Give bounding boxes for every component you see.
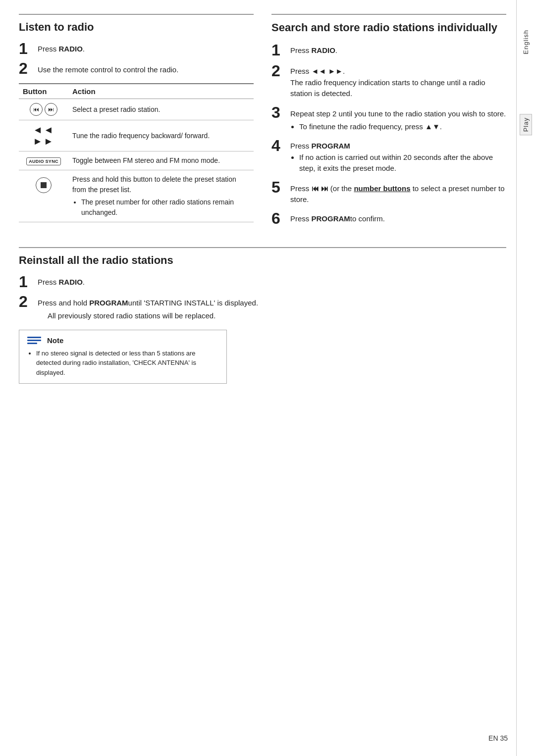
button-cell: ◄◄ ►► [19,120,68,151]
table-row: Press and hold this button to delete the… [19,170,254,222]
list-item: The preset number for other radio statio… [81,197,250,218]
list-item: To finetune the radio frequency, press ▲… [299,121,506,133]
step-number: 1 [19,274,38,290]
step-number: 2 [271,63,290,79]
stop-button-icon [36,177,52,193]
button-cell [19,170,68,222]
step-number: 2 [19,60,38,76]
step-text: Press RADIO. [38,41,85,53]
table-row: ⏮ ⏭ Select a preset radio station. [19,99,254,120]
action-cell: Press and hold this button to delete the… [68,170,254,222]
table-header-button: Button [19,84,68,99]
step-text: Press RADIO. [290,42,337,54]
skip-prev-icon: ⏮ [30,103,43,116]
button-cell: AUDIO SYNC [19,151,68,170]
note-text: If no stereo signal is detected or less … [36,349,218,378]
list-item: If no action is carried out within 20 se… [299,152,506,174]
button-action-table: Button Action ⏮ ⏭ Select a preset radio … [19,83,254,222]
step-text: Press PROGRAM [290,138,506,150]
action-cell: Select a preset radio station. [68,99,254,120]
listen-section-title: Listen to radio [19,14,254,34]
side-tab-english: English [522,30,530,54]
step-text: Press ◄◄ ►►. [290,63,506,75]
step-text: Press RADIO. [38,274,85,286]
search-step-1: 1 Press RADIO. [271,42,506,58]
side-tab-play: Play [520,114,532,135]
table-header-action: Action [68,84,254,99]
page-number: EN 35 [488,734,508,742]
listen-step-2: 2 Use the remote control to control the … [19,60,254,76]
action-cell: Toggle between FM stereo and FM mono mod… [68,151,254,170]
step-number: 4 [271,138,290,153]
step-number: 3 [271,104,290,120]
search-step-5: 5 Press ⏮ ⏭ (or the number buttons to se… [271,179,506,205]
note-label: Note [47,336,63,345]
reinstall-section: Reinstall all the radio stations 1 Press… [19,247,506,384]
skip-next-icon: ⏭ [45,103,57,116]
rewind-forward-icon: ◄◄ ►► [33,124,54,147]
table-row: AUDIO SYNC Toggle between FM stereo and … [19,151,254,170]
search-section-title: Search and store radio stations individu… [271,14,506,35]
step-text: Use the remote control to control the ra… [38,60,178,76]
reinstall-step-2: 2 Press and hold PROGRAMuntil 'STARTING … [19,294,506,322]
listen-step-1: 1 Press RADIO. [19,41,254,56]
note-icon [27,337,41,344]
search-step-6: 6 Press PROGRAMto confirm. [271,210,506,226]
step-text: Press and hold PROGRAMuntil 'STARTING IN… [38,294,258,309]
reinstall-step-1: 1 Press RADIO. [19,274,506,290]
step-number: 1 [19,41,38,56]
step-number: 5 [271,179,290,195]
search-step-2: 2 Press ◄◄ ►►. The radio frequency indic… [271,63,506,100]
search-step-4: 4 Press PROGRAM If no action is carried … [271,138,506,174]
audio-sync-button: AUDIO SYNC [26,157,61,165]
step-subtext: The radio frequency indication starts to… [290,77,506,100]
note-box: Note If no stereo signal is detected or … [19,330,227,384]
note-header: Note [27,336,218,345]
step-number: 1 [271,42,290,58]
step-text: Press ⏮ ⏭ (or the number buttons to sele… [290,179,506,205]
step-number: 6 [271,210,290,226]
button-cell: ⏮ ⏭ [19,99,68,120]
action-cell: Tune the radio frequency backward/ forwa… [68,120,254,151]
step-subtext: All previously stored radio stations wil… [48,310,258,322]
table-row: ◄◄ ►► Tune the radio frequency backward/… [19,120,254,151]
step-number: 2 [19,294,38,309]
step-text: Repeat step 2 until you tune to the radi… [290,104,506,120]
step-text: Press PROGRAMto confirm. [290,210,385,223]
reinstall-title: Reinstall all the radio stations [19,247,506,267]
search-step-3: 3 Repeat step 2 until you tune to the ra… [271,104,506,133]
